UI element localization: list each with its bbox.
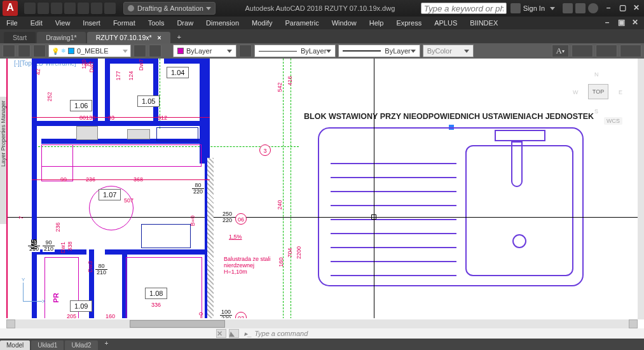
qat-redo-icon[interactable] [104, 3, 116, 14]
linetype-dropdown[interactable]: ByLayer [254, 45, 336, 57]
layer-prev-icon[interactable] [3, 45, 15, 57]
menu-help[interactable]: Help [363, 19, 390, 27]
dimension-text: 336 [151, 302, 161, 308]
layout-tab-uklad2[interactable]: Układ2 [65, 340, 97, 350]
doc-restore-button[interactable]: ▣ [616, 18, 626, 27]
menu-biindex[interactable]: BIINDEX [463, 19, 504, 27]
cmd-close-icon[interactable]: ✕ [216, 329, 226, 338]
lineweight-preview [343, 50, 381, 52]
color-btn-icon[interactable] [239, 45, 252, 57]
menu-tools[interactable]: Tools [142, 19, 171, 27]
menu-view[interactable]: View [49, 19, 77, 27]
doctab-drawing1[interactable]: Drawing1* [37, 32, 85, 43]
qat-open-icon[interactable] [38, 3, 49, 14]
qat-save-icon[interactable] [51, 3, 62, 14]
menu-modify[interactable]: Modify [245, 19, 278, 27]
layout-tab-model[interactable]: Model [0, 340, 30, 350]
new-layout-button[interactable]: + [102, 340, 112, 350]
textstyle-btn[interactable]: A▾ [552, 45, 569, 57]
exchange-icon[interactable] [563, 3, 573, 13]
tag-bubble: 3 [259, 144, 271, 156]
lineweight-dropdown[interactable]: ByLayer [338, 45, 420, 57]
maximize-button[interactable]: ▢ [617, 4, 627, 13]
linetype-preview [259, 51, 297, 52]
menu-file[interactable]: File [0, 19, 24, 27]
dimension-text: 416 [287, 76, 293, 85]
doctab-start[interactable]: Start [4, 32, 36, 43]
scroll-right-icon[interactable] [629, 319, 638, 328]
dimension-text: 80 [79, 115, 86, 121]
lineweight-value: ByLayer [385, 47, 410, 55]
viewcube[interactable]: TOP [588, 84, 608, 99]
command-input[interactable]: Type a command [254, 330, 308, 337]
doc-close-button[interactable]: ✕ [630, 18, 640, 27]
qat-new-icon[interactable] [24, 3, 36, 14]
dimstyle-icon[interactable] [572, 45, 593, 57]
compass-e: E [619, 89, 622, 95]
menu-edit[interactable]: Edit [24, 19, 49, 27]
app-logo[interactable]: A [3, 1, 18, 16]
menu-format[interactable]: Format [107, 19, 142, 27]
dimension-stacked: 250220 [221, 211, 233, 223]
gear-icon [128, 5, 134, 11]
chevron-down-icon [123, 50, 128, 53]
plotstyle-value: ByColor [427, 47, 452, 55]
sink-block[interactable] [318, 127, 584, 286]
doctab-label: RZUTY 07.10.19x* [96, 34, 152, 41]
workspace-switcher[interactable]: Drafting & Annotation [123, 2, 216, 15]
room-label: 1.05 [137, 95, 160, 107]
mleaderstyle-icon[interactable] [620, 45, 641, 57]
qat-saveas-icon[interactable] [64, 3, 76, 14]
doctab-rzuty[interactable]: RZUTY 07.10.19x* × [87, 32, 170, 43]
ucs-icon[interactable]: X Y [23, 276, 48, 302]
dimension-stacked: 80220 [192, 183, 204, 195]
drawing-viewport[interactable]: [-][Top][2D Wireframe] N W E S TOP WCS B… [6, 59, 638, 318]
signin-button[interactable]: Sign In [523, 4, 545, 12]
compass-s: S [594, 108, 598, 115]
cmd-recent-icon[interactable]: ◣ [229, 329, 239, 338]
color-dropdown[interactable]: ByLayer [173, 45, 236, 57]
minimize-button[interactable]: – [603, 4, 613, 13]
dimension-stacked: 80210 [95, 263, 107, 276]
layer-iso-icon[interactable] [149, 45, 161, 57]
dimension-text: B=0 [189, 216, 196, 226]
layout-tab-uklad1[interactable]: Układ1 [31, 340, 64, 350]
scroll-thumb[interactable] [130, 320, 225, 328]
scroll-left-icon[interactable] [6, 319, 15, 328]
scrollbar-vertical[interactable] [638, 59, 644, 319]
dimension-text: 205 [67, 313, 76, 318]
layer-freeze-icon[interactable] [33, 45, 46, 57]
menu-dimension[interactable]: Dimension [200, 19, 245, 27]
menu-parametric[interactable]: Parametric [278, 19, 325, 27]
tablestyle-icon[interactable] [596, 45, 617, 57]
layer-state-icon[interactable] [18, 45, 31, 57]
menu-draw[interactable]: Draw [170, 19, 200, 27]
stayconnected-icon[interactable] [575, 3, 586, 13]
search-input[interactable] [421, 3, 507, 14]
dimension-text: 124 [128, 71, 134, 80]
menu-window[interactable]: Window [325, 19, 363, 27]
menu-insert[interactable]: Insert [76, 19, 107, 27]
layer-dropdown[interactable]: 💡 ❄ 0_MEBLE [48, 45, 131, 57]
plotstyle-dropdown[interactable]: ByColor [423, 45, 474, 57]
dimension-text: 99 [60, 176, 67, 183]
scrollbar-horizontal[interactable] [6, 319, 638, 328]
menu-aplus[interactable]: APLUS [428, 19, 463, 27]
menu-express[interactable]: Express [390, 19, 428, 27]
doc-minimize-button[interactable]: – [602, 18, 612, 27]
close-button[interactable]: ✕ [631, 4, 641, 13]
dimension-stacked: 90210 [43, 240, 55, 252]
wcs-label[interactable]: WCS [604, 117, 622, 125]
room-label: 1.04 [167, 67, 189, 78]
qat-undo-icon[interactable] [91, 3, 102, 14]
qat-plot-icon[interactable] [78, 3, 89, 14]
dimension-text: 177 [115, 71, 121, 80]
help-icon[interactable] [588, 3, 598, 13]
new-tab-button[interactable]: + [174, 33, 184, 43]
close-icon[interactable]: × [158, 34, 161, 41]
dimension-text: 312 [158, 115, 167, 121]
layer-props-panel-tab[interactable]: Layer Properties Manager [0, 97, 6, 224]
compass-n: N [594, 71, 599, 78]
layer-name: 0_MEBLE [77, 47, 109, 55]
layer-match-icon[interactable] [134, 45, 146, 57]
